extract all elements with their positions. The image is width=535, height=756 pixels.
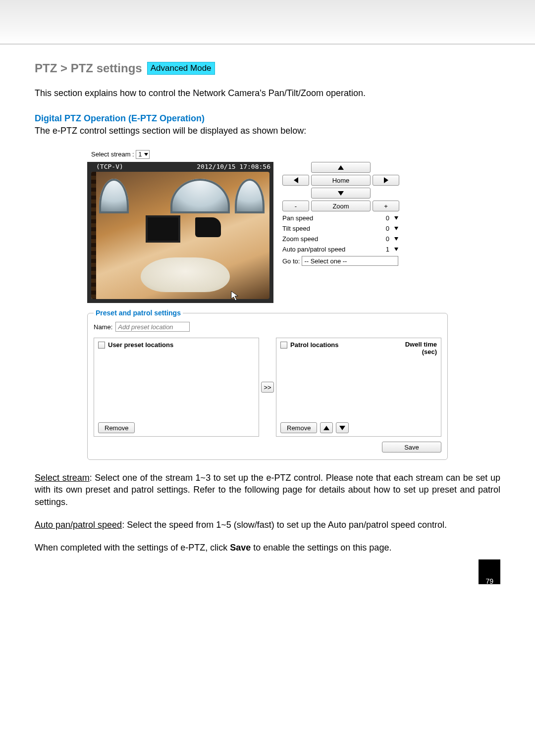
pan-speed-value: 0 xyxy=(382,214,389,222)
select-stream-label: Select stream : xyxy=(91,151,134,158)
patrol-locations-list[interactable]: Patrol locations Dwell time (sec) Remove xyxy=(276,338,441,437)
chevron-down-icon xyxy=(394,216,398,220)
advanced-mode-badge: Advanced Mode xyxy=(147,62,215,75)
dwell-time-header-1: Dwell time xyxy=(405,341,437,348)
triangle-right-icon xyxy=(384,177,388,183)
goto-value: -- Select one -- xyxy=(304,257,347,265)
patrol-checkbox[interactable] xyxy=(280,342,287,349)
zoom-speed-label: Zoom speed xyxy=(282,235,318,243)
paragraph-save-note: When completed with the settings of e-PT… xyxy=(35,542,500,554)
chevron-down-icon xyxy=(394,237,398,241)
video-preview[interactable]: (TCP-V) 2012/10/15 17:08:56 xyxy=(87,162,273,303)
triangle-up-icon xyxy=(323,426,329,430)
chevron-down-icon xyxy=(394,248,398,251)
remove-patrol-button[interactable]: Remove xyxy=(280,422,317,433)
goto-label: Go to: xyxy=(282,257,300,265)
zoom-speed-select[interactable]: 0 xyxy=(382,235,398,243)
save-button[interactable]: Save xyxy=(382,442,441,453)
cursor-icon xyxy=(231,291,240,303)
video-frame-image xyxy=(91,172,269,299)
tilt-up-button[interactable] xyxy=(311,162,371,173)
pan-right-button[interactable] xyxy=(373,175,399,186)
preset-patrol-legend: Preset and patrol settings xyxy=(94,309,183,317)
triangle-down-icon xyxy=(338,191,344,196)
pan-speed-select[interactable]: 0 xyxy=(382,214,398,222)
triangle-up-icon xyxy=(338,165,344,170)
zoom-out-button[interactable]: - xyxy=(282,201,309,211)
section-desc: The e-PTZ control settings section will … xyxy=(35,126,500,136)
patrol-move-up-button[interactable] xyxy=(320,422,333,433)
preset-name-label: Name: xyxy=(94,323,112,331)
paragraph-select-stream: Select stream: Select one of the stream … xyxy=(35,472,500,508)
select-stream-value: 1 xyxy=(138,151,142,158)
tilt-speed-label: Tilt speed xyxy=(282,225,310,232)
move-to-patrol-button[interactable]: >> xyxy=(261,382,274,393)
page-number: 79 xyxy=(479,559,500,584)
user-preset-checkbox[interactable] xyxy=(98,342,105,349)
auto-pan-patrol-speed-select[interactable]: 1 xyxy=(382,246,398,253)
select-stream-dropdown[interactable]: 1 xyxy=(136,150,149,159)
user-preset-locations-list[interactable]: User preset locations Remove xyxy=(94,338,259,437)
triangle-down-icon xyxy=(339,426,345,430)
tilt-speed-value: 0 xyxy=(382,225,389,232)
zoom-label: Zoom xyxy=(311,201,371,211)
tilt-down-button[interactable] xyxy=(311,188,371,199)
auto-pan-patrol-speed-value: 1 xyxy=(382,246,389,253)
pan-left-button[interactable] xyxy=(282,175,309,186)
triangle-left-icon xyxy=(294,177,298,183)
pan-speed-label: Pan speed xyxy=(282,214,313,222)
page-header-bar xyxy=(0,0,535,45)
zoom-in-button[interactable]: + xyxy=(373,201,399,211)
eptz-settings-panel: Select stream : 1 (TCP-V) 2012/10/15 17:… xyxy=(87,150,448,460)
chevron-down-icon xyxy=(144,153,148,156)
goto-select[interactable]: -- Select one -- xyxy=(302,256,398,266)
preset-name-input[interactable] xyxy=(115,322,190,332)
patrol-move-down-button[interactable] xyxy=(336,422,349,433)
dwell-time-header-2: (sec) xyxy=(422,348,437,355)
zoom-speed-value: 0 xyxy=(382,235,389,243)
home-button[interactable]: Home xyxy=(311,175,371,186)
remove-preset-button[interactable]: Remove xyxy=(98,422,135,433)
chevron-down-icon xyxy=(394,227,398,230)
patrol-header: Patrol locations xyxy=(290,341,339,349)
auto-pan-patrol-speed-label: Auto pan/patrol speed xyxy=(282,246,345,253)
intro-text: This section explains how to control the… xyxy=(35,88,500,99)
section-heading: Digital PTZ Operation (E-PTZ Operation) xyxy=(35,113,500,124)
ptz-controls: Home - Zoom + Pan speed 0 xyxy=(282,162,398,266)
video-overlay-protocol: (TCP-V) xyxy=(96,163,123,170)
preset-patrol-fieldset: Preset and patrol settings Name: User pr… xyxy=(87,309,448,460)
tilt-speed-select[interactable]: 0 xyxy=(382,225,398,232)
user-preset-header: User preset locations xyxy=(108,341,173,349)
breadcrumb: PTZ > PTZ settings xyxy=(35,61,142,75)
video-overlay-timestamp: 2012/10/15 17:08:56 xyxy=(197,163,270,170)
paragraph-auto-pan-speed: Auto pan/patrol speed: Select the speed … xyxy=(35,519,500,531)
